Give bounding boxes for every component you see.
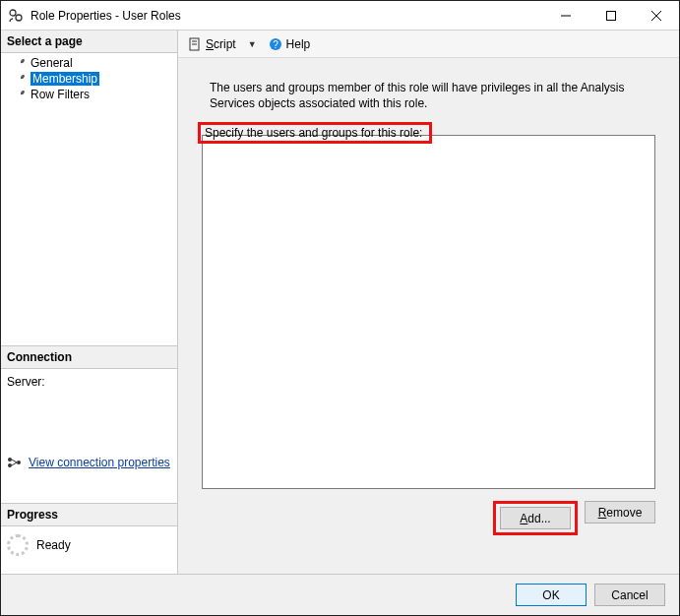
view-connection-row: View connection properties [1,452,177,473]
help-label: Help [286,37,311,51]
window-title: Role Properties - User Roles [31,9,181,23]
progress-status: Ready [36,538,71,552]
svg-point-0 [10,10,16,16]
script-label: Script [206,37,236,51]
titlebar: Role Properties - User Roles [1,1,679,31]
connection-header: Connection [1,345,177,369]
sidebar-item-general[interactable]: General [1,55,177,71]
sidebar-item-label: Row Filters [31,88,90,101]
dialog-footer: OK Cancel [1,574,679,615]
main-panel: Script ▼ ? Help The users and groups mem… [178,31,679,574]
toolbar: Script ▼ ? Help [178,31,679,58]
page-list: General Membership Row Filters [1,53,177,106]
help-button[interactable]: ? Help [265,35,315,53]
minimize-button[interactable] [543,1,588,31]
members-button-row: Add... Remove [190,495,667,541]
script-icon [188,37,202,51]
server-label: Server: [7,375,171,389]
close-button[interactable] [634,1,679,31]
sidebar-item-label: Membership [31,72,99,86]
app-icon [7,7,25,25]
select-page-header: Select a page [1,31,177,53]
members-group: Specify the users and groups for this ro… [202,135,655,489]
add-button[interactable]: Add... [500,507,571,529]
connection-icon [7,456,23,469]
description-text: The users and groups member of this role… [190,66,667,121]
script-button[interactable]: Script [184,35,240,53]
sidebar-item-membership[interactable]: Membership [1,71,177,87]
progress-spinner-icon [7,534,29,556]
maximize-button[interactable] [588,1,634,31]
sidebar: Select a page General Membership Row Fil… [1,31,178,574]
remove-button[interactable]: Remove [585,501,655,524]
svg-text:?: ? [273,39,278,50]
view-connection-link[interactable]: View connection properties [29,456,170,469]
cancel-button[interactable]: Cancel [594,584,665,606]
help-icon: ? [269,37,282,51]
svg-point-6 [8,458,12,462]
server-value [7,389,171,402]
ok-button[interactable]: OK [516,584,587,606]
sidebar-item-label: General [31,56,73,70]
svg-line-10 [12,462,17,465]
svg-rect-3 [607,11,616,20]
svg-line-9 [12,460,17,462]
svg-point-8 [17,461,21,464]
progress-panel: Ready [1,526,177,574]
svg-point-1 [16,15,22,21]
script-dropdown-arrow-icon[interactable]: ▼ [244,39,261,49]
specify-label: Specify the users and groups for this ro… [202,126,425,140]
highlight-annotation-add: Add... [493,501,578,535]
sidebar-item-row-filters[interactable]: Row Filters [1,87,177,102]
wrench-icon [15,89,27,100]
dialog-window: Role Properties - User Roles Select a pa… [0,0,680,616]
progress-header: Progress [1,503,177,526]
wrench-icon [15,73,27,85]
members-listbox[interactable] [202,135,655,489]
connection-panel: Server: [1,369,177,412]
svg-point-7 [8,463,12,467]
wrench-icon [15,57,27,69]
content-pane: The users and groups member of this role… [190,66,667,568]
